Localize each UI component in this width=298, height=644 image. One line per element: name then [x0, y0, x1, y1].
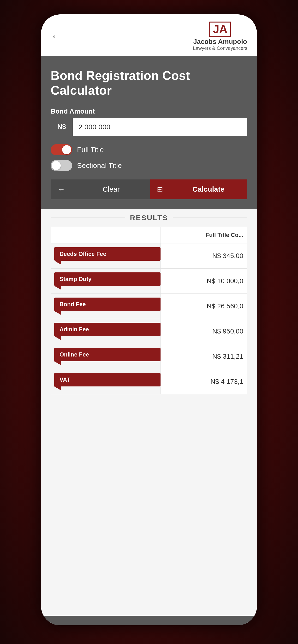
results-line-right	[173, 218, 247, 218]
results-section: RESULTS Full Title Co... Deeds Office Fe…	[41, 209, 257, 616]
table-row: Online Fee N$ 311,21	[51, 344, 247, 369]
fee-badge: Stamp Duty	[54, 272, 161, 286]
bond-amount-input-row: N$	[51, 118, 247, 136]
fee-arrow-icon	[54, 361, 61, 365]
fee-arrow-icon	[54, 261, 61, 264]
main-content: Bond Registration Cost Calculator Bond A…	[41, 56, 257, 625]
table-row: Bond Fee N$ 26 560,0	[51, 294, 247, 319]
page-title: Bond Registration Cost Calculator	[51, 68, 247, 98]
fee-value-cell: N$ 950,00	[161, 319, 247, 344]
results-title: RESULTS	[125, 214, 173, 222]
col-header-full-title: Full Title Co...	[161, 227, 247, 243]
clear-button[interactable]: Clear	[72, 180, 150, 199]
fee-arrow-icon	[54, 386, 61, 390]
sectional-title-toggle-row: Sectional Title	[51, 160, 247, 171]
table-row: Deeds Office Fee N$ 345,00	[51, 243, 247, 268]
amount-input[interactable]	[73, 118, 247, 136]
fee-value-cell: N$ 311,21	[161, 344, 247, 369]
fee-badge: Deeds Office Fee	[54, 247, 161, 261]
back-nav-button[interactable]: ←	[51, 180, 72, 199]
toggle-knob-2	[52, 161, 61, 170]
sectional-title-toggle[interactable]	[51, 160, 72, 171]
fee-badge: VAT	[54, 373, 161, 386]
full-title-toggle[interactable]	[51, 144, 72, 155]
fee-label-cell: VAT	[51, 369, 161, 394]
logo-area: JA Jacobs Amupolo Lawyers & Conveyancers	[193, 22, 247, 51]
currency-badge: N$	[51, 118, 73, 136]
table-row: VAT N$ 4 173,1	[51, 369, 247, 394]
fee-arrow-icon	[54, 286, 61, 290]
back-button[interactable]: ←	[51, 30, 62, 43]
header: ← JA Jacobs Amupolo Lawyers & Conveyance…	[41, 14, 257, 56]
fee-arrow-icon	[54, 311, 61, 315]
table-row: Admin Fee N$ 950,00	[51, 319, 247, 344]
button-row: ← Clear ⊞ Calculate	[51, 180, 247, 199]
fee-badge: Admin Fee	[54, 323, 161, 336]
table-row: Stamp Duty N$ 10 000,0	[51, 268, 247, 294]
fee-value-cell: N$ 10 000,0	[161, 268, 247, 294]
results-table: Full Title Co... Deeds Office Fee N$ 345…	[51, 227, 247, 394]
full-title-toggle-row: Full Title	[51, 144, 247, 155]
fee-value-cell: N$ 4 173,1	[161, 369, 247, 394]
phone-screen: ← JA Jacobs Amupolo Lawyers & Conveyance…	[41, 14, 257, 625]
fee-value-cell: N$ 345,00	[161, 243, 247, 268]
fee-arrow-icon	[54, 336, 61, 340]
logo-subtitle: Lawyers & Conveyancers	[193, 46, 247, 51]
fee-label-cell: Bond Fee	[51, 294, 161, 319]
results-line-left	[51, 218, 125, 218]
results-header: RESULTS	[51, 209, 247, 227]
bond-amount-label: Bond Amount	[51, 108, 247, 115]
calculate-button[interactable]: Calculate	[170, 180, 248, 199]
logo-name: Jacobs Amupolo	[193, 38, 247, 46]
fee-label-cell: Admin Fee	[51, 319, 161, 344]
col-header-empty	[51, 227, 161, 243]
fee-badge: Bond Fee	[54, 298, 161, 311]
fee-value-cell: N$ 26 560,0	[161, 294, 247, 319]
calculator-icon-button[interactable]: ⊞	[150, 180, 170, 199]
toggle-knob	[62, 145, 71, 154]
logo-icon: JA	[209, 22, 231, 37]
fee-label-cell: Stamp Duty	[51, 268, 161, 294]
fee-badge: Online Fee	[54, 348, 161, 361]
fee-label-cell: Deeds Office Fee	[51, 243, 161, 268]
phone-frame: ← JA Jacobs Amupolo Lawyers & Conveyance…	[41, 14, 257, 625]
fee-label-cell: Online Fee	[51, 344, 161, 369]
full-title-label: Full Title	[77, 146, 104, 154]
sectional-title-label: Sectional Title	[77, 162, 122, 170]
